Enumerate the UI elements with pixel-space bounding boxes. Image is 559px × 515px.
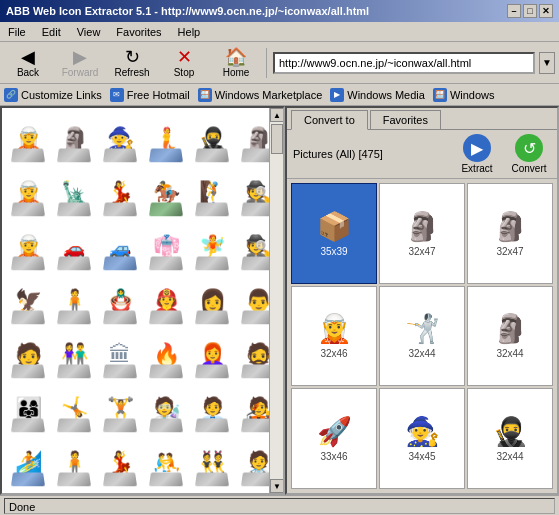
right-icon-cell-6[interactable]: 🗿 32x44	[467, 286, 553, 387]
menu-view[interactable]: View	[73, 25, 105, 39]
list-item[interactable]: 🚙	[98, 220, 142, 272]
list-item[interactable]: 🏇	[144, 166, 188, 218]
right-icon-cell-4[interactable]: 🧝 32x46	[291, 286, 377, 387]
scroll-thumb[interactable]	[271, 124, 283, 154]
right-icon-cell-9[interactable]: 🥷 32x44	[467, 388, 553, 489]
go-button[interactable]: ▼	[539, 52, 555, 74]
list-item[interactable]: 🧝	[6, 112, 50, 164]
list-item[interactable]: 🧜	[144, 112, 188, 164]
list-item[interactable]: 🧝	[6, 166, 50, 218]
right-icon-cell-7[interactable]: 🚀 33x46	[291, 388, 377, 489]
list-item[interactable]: 💃	[98, 436, 142, 488]
icon-size-8: 34x45	[408, 451, 435, 462]
home-label: Home	[223, 67, 250, 78]
scroll-up-button[interactable]: ▲	[270, 108, 284, 122]
extract-icon: ▶	[463, 134, 491, 162]
list-item[interactable]: 🧍	[52, 274, 96, 326]
list-item[interactable]: 💃	[98, 166, 142, 218]
links-media[interactable]: ▶ Windows Media	[330, 88, 425, 102]
icon-size-5: 32x44	[408, 348, 435, 359]
list-item[interactable]: 🗿	[236, 112, 269, 164]
menu-help[interactable]: Help	[174, 25, 205, 39]
convert-button[interactable]: ↺ Convert	[507, 134, 551, 174]
list-item[interactable]: 🗿	[52, 112, 96, 164]
list-item[interactable]: 🗽	[52, 166, 96, 218]
list-item[interactable]: 🪆	[98, 274, 142, 326]
list-item[interactable]: 🧑	[6, 328, 50, 380]
convert-label: Convert	[511, 163, 546, 174]
list-item[interactable]: 🧑‍🔬	[144, 382, 188, 434]
list-item[interactable]: 🧍	[52, 436, 96, 488]
right-icon-1: 📦	[317, 210, 352, 243]
back-icon: ◀	[21, 48, 35, 66]
status-text: Done	[9, 501, 35, 513]
forward-button[interactable]: ▶ Forward	[56, 45, 104, 81]
extract-button[interactable]: ▶ Extract	[455, 134, 499, 174]
list-item[interactable]: 🧙	[98, 112, 142, 164]
list-item[interactable]: 🥷	[190, 112, 234, 164]
status-bar: Done	[0, 495, 559, 515]
title-buttons: – □ ✕	[507, 4, 553, 18]
icon-grid: 🧝 🗿 🧙 🧜 🥷 🗿 🧝 🗽	[2, 108, 269, 493]
right-icon-cell-2[interactable]: 🗿 32x47	[379, 183, 465, 284]
right-icon-cell-1[interactable]: 📦 35x39	[291, 183, 377, 284]
links-marketplace[interactable]: 🪟 Windows Marketplace	[198, 88, 323, 102]
scroll-down-button[interactable]: ▼	[270, 479, 284, 493]
list-item[interactable]: 🧑‍⚕️	[236, 436, 269, 488]
minimize-button[interactable]: –	[507, 4, 521, 18]
list-item[interactable]: 🧑‍🎤	[236, 382, 269, 434]
right-icon-cell-8[interactable]: 🧙 34x45	[379, 388, 465, 489]
menu-file[interactable]: File	[4, 25, 30, 39]
list-item[interactable]: 🕵	[236, 166, 269, 218]
convert-toolbar: Pictures (All) [475] ▶ Extract ↺ Convert	[287, 130, 557, 179]
back-button[interactable]: ◀ Back	[4, 45, 52, 81]
links-icon-media: ▶	[330, 88, 344, 102]
home-icon: 🏠	[225, 48, 247, 66]
list-item[interactable]: 🧚	[190, 220, 234, 272]
list-item[interactable]: 🤼	[144, 436, 188, 488]
list-item[interactable]: 👩‍🦰	[190, 328, 234, 380]
list-item[interactable]: 🧝	[6, 220, 50, 272]
menu-favorites[interactable]: Favorites	[112, 25, 165, 39]
stop-button[interactable]: ✕ Stop	[160, 45, 208, 81]
list-item[interactable]: 🏄	[6, 436, 50, 488]
refresh-label: Refresh	[114, 67, 149, 78]
tab-convert[interactable]: Convert to	[291, 110, 368, 130]
right-icon-cell-5[interactable]: 🤺 32x44	[379, 286, 465, 387]
list-item[interactable]: 🏋	[98, 382, 142, 434]
list-item[interactable]: 🧑‍💼	[190, 382, 234, 434]
refresh-button[interactable]: ↻ Refresh	[108, 45, 156, 81]
tab-favorites[interactable]: Favorites	[370, 110, 441, 129]
list-item[interactable]: 🦅	[6, 274, 50, 326]
list-item[interactable]: 🔥	[144, 328, 188, 380]
address-input[interactable]	[273, 52, 535, 74]
links-windows[interactable]: 🪟 Windows	[433, 88, 495, 102]
list-item[interactable]: 🏛	[98, 328, 142, 380]
forward-label: Forward	[62, 67, 99, 78]
list-item[interactable]: 👩	[190, 274, 234, 326]
right-icon-cell-3[interactable]: 🗿 32x47	[467, 183, 553, 284]
list-item[interactable]: 👘	[144, 220, 188, 272]
list-item[interactable]: 🧔	[236, 328, 269, 380]
home-button[interactable]: 🏠 Home	[212, 45, 260, 81]
list-item[interactable]: 👨	[236, 274, 269, 326]
list-item[interactable]: 🚗	[52, 220, 96, 272]
list-item[interactable]: 👫	[52, 328, 96, 380]
maximize-button[interactable]: □	[523, 4, 537, 18]
close-button[interactable]: ✕	[539, 4, 553, 18]
links-icon-hotmail: ✉	[110, 88, 124, 102]
refresh-icon: ↻	[125, 48, 140, 66]
right-icon-5: 🤺	[405, 312, 440, 345]
main-content: 🧝 🗿 🧙 🧜 🥷 🗿 🧝 🗽	[0, 106, 559, 495]
list-item[interactable]: 👯	[190, 436, 234, 488]
list-item[interactable]: 🕵	[236, 220, 269, 272]
list-item[interactable]: 🤸	[52, 382, 96, 434]
icon-size-4: 32x46	[320, 348, 347, 359]
list-item[interactable]: 👨‍👩‍👧	[6, 382, 50, 434]
address-bar: ▼	[273, 52, 555, 74]
menu-edit[interactable]: Edit	[38, 25, 65, 39]
links-hotmail[interactable]: ✉ Free Hotmail	[110, 88, 190, 102]
links-customize[interactable]: 🔗 Customize Links	[4, 88, 102, 102]
list-item[interactable]: 🧗	[190, 166, 234, 218]
list-item[interactable]: 🧑‍🚒	[144, 274, 188, 326]
